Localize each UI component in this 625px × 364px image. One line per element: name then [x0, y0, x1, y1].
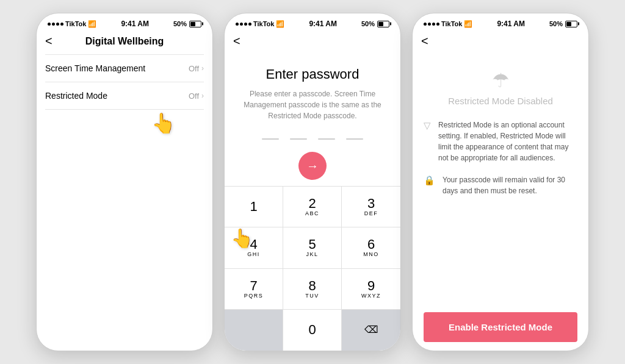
status-bar-1: TikTok 📶 9:41 AM 50%	[37, 13, 212, 30]
back-button-3[interactable]: <	[421, 33, 432, 49]
wifi-icon-1: 📶	[88, 20, 96, 28]
info-item-1: ▽ Restricted Mode is an optional account…	[424, 120, 577, 163]
numpad-key-8[interactable]: 8 TUV	[283, 269, 342, 310]
numpad-key-del[interactable]: ⌫	[342, 310, 400, 351]
hand-cursor-1: 👆	[151, 112, 176, 135]
restricted-mode-value: Off	[189, 91, 199, 101]
carrier-3: TikTok	[441, 20, 462, 27]
settings-list: Screen Time Management Off › Restricted …	[37, 54, 212, 110]
pw-dash-3	[318, 138, 335, 140]
arrow-button[interactable]: →	[298, 152, 327, 180]
info-item-2: 🔒 Your passcode will remain valid for 30…	[424, 174, 577, 196]
numpad-key-6[interactable]: 6 MNO	[342, 227, 400, 268]
filter-icon: ▽	[424, 120, 431, 131]
battery-icon-3	[565, 21, 577, 27]
numpad-key-0[interactable]: 0	[283, 310, 342, 351]
restricted-icon-area: ☂	[424, 69, 577, 92]
info-text-2: Your passcode will remain valid for 30 d…	[443, 174, 577, 196]
nav-bar-3: <	[413, 30, 588, 54]
screen-time-label: Screen Time Management	[45, 63, 145, 73]
carrier-1: TikTok	[65, 20, 86, 27]
page-title-1: Digital Wellbeing	[85, 36, 164, 47]
numpad: 1 👆 2 ABC 3 DEF 4 GHI 5	[225, 186, 400, 351]
numpad-key-3[interactable]: 3 DEF	[342, 187, 400, 227]
umbrella-icon: ☂	[492, 70, 510, 91]
battery-pct-3: 50%	[549, 20, 563, 27]
numpad-key-empty	[225, 310, 283, 351]
pw-dash-2	[290, 138, 307, 140]
battery-icon-1	[189, 21, 201, 27]
restricted-mode-label: Restricted Mode	[45, 91, 107, 101]
password-screen: Enter password Please enter a passcode. …	[225, 54, 400, 351]
nav-bar-1: < Digital Wellbeing	[37, 30, 212, 54]
settings-item-screen-time[interactable]: Screen Time Management Off ›	[37, 55, 212, 82]
pw-dash-4	[346, 138, 363, 140]
chevron-icon-2: ›	[201, 91, 204, 100]
battery-pct-2: 50%	[361, 20, 375, 27]
lock-icon: 🔒	[424, 175, 435, 186]
restricted-screen: ☂ Restricted Mode Disabled ▽ Restricted …	[413, 54, 588, 351]
wifi-icon-3: 📶	[464, 20, 472, 28]
phone-2: TikTok 📶 9:41 AM 50% < Enter password Pl…	[224, 13, 401, 351]
password-title: Enter password	[225, 66, 400, 82]
password-input-dots	[225, 138, 400, 140]
info-text-1: Restricted Mode is an optional account s…	[438, 120, 577, 163]
chevron-icon-1: ›	[201, 64, 204, 73]
time-1: 9:41 AM	[121, 20, 149, 28]
back-button-2[interactable]: <	[233, 33, 244, 49]
divider-bottom	[45, 109, 204, 110]
numpad-key-2[interactable]: 2 ABC	[283, 187, 342, 227]
status-bar-2: TikTok 📶 9:41 AM 50%	[225, 13, 400, 30]
phone-3: TikTok 📶 9:41 AM 50% < ☂ Restricted Mode…	[412, 13, 589, 351]
time-3: 9:41 AM	[497, 20, 525, 28]
enable-restricted-mode-button[interactable]: Enable Restricted Mode	[424, 312, 577, 342]
restricted-title: Restricted Mode Disabled	[424, 96, 577, 106]
carrier-2: TikTok	[253, 20, 274, 27]
nav-bar-2: <	[225, 30, 400, 54]
battery-pct-1: 50%	[173, 20, 187, 27]
battery-icon-2	[377, 21, 389, 27]
numpad-key-7[interactable]: 7 PQRS	[225, 269, 283, 310]
wifi-icon-2: 📶	[276, 20, 284, 28]
password-subtitle: Please enter a passcode. Screen Time Man…	[225, 88, 400, 121]
settings-item-restricted-mode[interactable]: Restricted Mode Off › 👆	[37, 82, 212, 109]
back-button-1[interactable]: <	[45, 33, 56, 49]
numpad-key-5[interactable]: 5 JKL	[283, 227, 342, 268]
pw-dash-1	[262, 138, 279, 140]
screen-time-value: Off	[189, 64, 199, 73]
numpad-key-1[interactable]: 1 👆	[225, 187, 283, 227]
numpad-key-4[interactable]: 4 GHI	[225, 227, 283, 268]
status-bar-3: TikTok 📶 9:41 AM 50%	[413, 13, 588, 30]
numpad-key-9[interactable]: 9 WXYZ	[342, 269, 400, 310]
time-2: 9:41 AM	[309, 20, 337, 28]
phone-1: TikTok 📶 9:41 AM 50% < Digital Wellbeing…	[36, 13, 213, 351]
